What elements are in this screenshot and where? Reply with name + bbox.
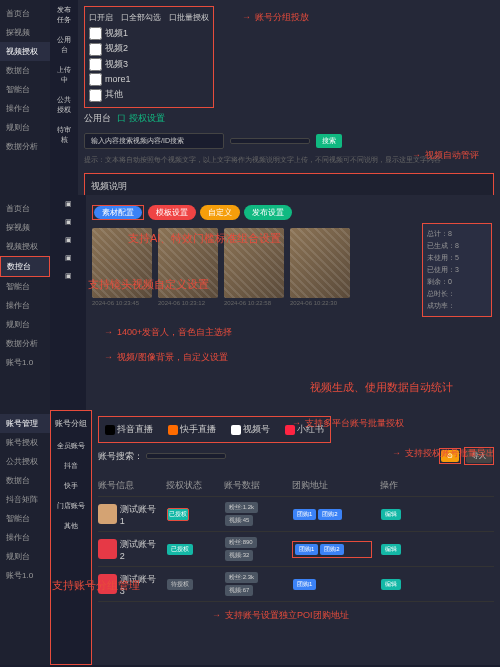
stat-row: 已生成：8 — [427, 240, 487, 252]
subsidebar-auth[interactable]: 公共授权 — [50, 90, 78, 120]
subsidebar-pending[interactable]: 待审核 — [50, 120, 78, 150]
douyin-icon — [105, 425, 115, 435]
sidebar-item[interactable]: 数据分析 — [0, 334, 50, 353]
main-sidebar: 首页台 探视频 视频授权 数据台 智能台 操作台 规则台 数据分析 — [0, 0, 50, 195]
main-content: 口开启 口全部勾选 口批量授权 视频1 视频2 视频3 more1 其他 公用台… — [78, 0, 500, 195]
annotation: 支持AI、特效门槛标准组合设置 — [128, 231, 281, 246]
video-date: 2024-06 10:22:30 — [290, 298, 350, 306]
sidebar-item-rules[interactable]: 规则台 — [0, 118, 50, 137]
form-label: 口 授权设置 — [117, 112, 165, 125]
group-item[interactable]: 抖音 — [51, 456, 91, 476]
checkbox-item[interactable]: 视频2 — [89, 41, 209, 56]
subsidebar-common[interactable]: 公用台 — [50, 30, 78, 60]
config-tabs: 素材配置 模板设置 自定义 发布设置 — [92, 201, 494, 224]
checkbox-selectall[interactable]: 口全部勾选 — [121, 11, 161, 24]
group-item[interactable]: 快手 — [51, 476, 91, 496]
checkbox-item[interactable]: 其他 — [89, 87, 209, 102]
table-row[interactable]: 测试账号2 已授权 粉丝:890视频:32 团购1团购2 编辑 — [98, 532, 494, 567]
sidebar-item[interactable]: 账号1.0 — [0, 566, 50, 585]
sidebar-item[interactable]: 账号1.0 — [0, 353, 50, 372]
annotation: →支持多平台账号批量授权 — [288, 416, 404, 430]
stat-row: 剩余：0 — [427, 276, 487, 288]
sidebar-item-ops[interactable]: 操作台 — [0, 99, 50, 118]
sidebar-item[interactable]: 抖音矩阵 — [0, 490, 50, 509]
kuaishou-icon — [168, 425, 178, 435]
sidebar-item[interactable]: 账号授权 — [0, 433, 50, 452]
sidebar-item[interactable]: 操作台 — [0, 528, 50, 547]
tab-custom[interactable]: 自定义 — [200, 205, 240, 220]
search-button[interactable]: 搜索 — [316, 134, 342, 148]
tab-template[interactable]: 模板设置 — [148, 205, 196, 220]
video-thumb — [290, 228, 350, 298]
sidebar-item[interactable]: 规则台 — [0, 547, 50, 566]
checkbox-item[interactable]: 视频3 — [89, 57, 209, 72]
checkbox-enable[interactable]: 口开启 — [89, 11, 113, 24]
sidebar-item[interactable]: 操作台 — [0, 296, 50, 315]
folder-icon[interactable]: ▣ — [50, 267, 86, 285]
sidebar-item-analytics[interactable]: 数据分析 — [0, 137, 50, 156]
folder-icon[interactable]: ▣ — [50, 249, 86, 267]
platform-wechat[interactable]: 视频号 — [225, 421, 276, 438]
account-table: 账号信息 授权状态 账号数据 团购地址 操作 测试账号1 已授权 粉丝:1.2k… — [98, 475, 494, 602]
stat-row: 已使用：3 — [427, 264, 487, 276]
video-date: 2024-06 10:23:45 — [92, 298, 152, 306]
sidebar-item-home[interactable]: 首页台 — [0, 4, 50, 23]
action-btn[interactable]: 编辑 — [381, 509, 401, 520]
sidebar-item[interactable]: 数据台 — [0, 471, 50, 490]
video-card[interactable]: 2024-06 10:22:30 — [290, 228, 350, 306]
annotation: →支持授权账号批量导出 — [388, 446, 495, 460]
table-row[interactable]: 测试账号1 已授权 粉丝:1.2k视频:45 团购1团购2 编辑 — [98, 497, 494, 532]
annotation: →1400+发音人，音色自主选择 — [100, 325, 232, 339]
sidebar-item[interactable]: 视频授权 — [0, 237, 50, 256]
sidebar-item-ai[interactable]: 智能台 — [0, 80, 50, 99]
folder-icon[interactable]: ▣ — [50, 195, 86, 213]
annotation-arrow-icon: →账号分组投放 — [238, 10, 309, 24]
platform-douyin[interactable]: 抖音直播 — [99, 421, 159, 438]
poi-tag[interactable]: 团购1 — [295, 544, 318, 555]
group-item[interactable]: 其他 — [51, 516, 91, 536]
sidebar-item-auth[interactable]: 视频授权 — [0, 42, 50, 61]
subsidebar-upload[interactable]: 上传中 — [50, 60, 78, 90]
poi-tag[interactable]: 团购1 — [293, 579, 316, 590]
sub-sidebar: ▣ ▣ ▣ ▣ ▣ — [50, 195, 86, 410]
folder-icon[interactable]: ▣ — [50, 213, 86, 231]
subsidebar-publish[interactable]: 发布任务 — [50, 0, 78, 30]
sidebar-item-control[interactable]: 数控台 — [0, 256, 50, 277]
stat-row: 未使用：5 — [427, 252, 487, 264]
table-row[interactable]: 测试账号3 待授权 粉丝:2.3k视频:67 团购1 编辑 — [98, 567, 494, 602]
action-btn[interactable]: 编辑 — [381, 579, 401, 590]
sidebar-item-data[interactable]: 数据台 — [0, 61, 50, 80]
sidebar-item-accounts[interactable]: 账号管理 — [0, 414, 50, 433]
group-item[interactable]: 门店账号 — [51, 496, 91, 516]
filter-input[interactable] — [146, 453, 226, 459]
status-badge: 已授权 — [167, 544, 193, 555]
sidebar-item[interactable]: 规则台 — [0, 315, 50, 334]
sidebar-item[interactable]: 智能台 — [0, 509, 50, 528]
tab-material[interactable]: 素材配置 — [94, 206, 142, 219]
checkbox-batch[interactable]: 口批量授权 — [169, 11, 209, 24]
video-date: 2024-06 10:22:58 — [224, 298, 284, 306]
account-name: 测试账号1 — [120, 503, 158, 526]
tab-publish[interactable]: 发布设置 — [244, 205, 292, 220]
main-sidebar: 首页台 探视频 视频授权 数控台 智能台 操作台 规则台 数据分析 账号1.0 — [0, 195, 50, 410]
sub-sidebar: 发布任务 公用台 上传中 公共授权 待审核 — [50, 0, 78, 195]
sidebar-item[interactable]: 首页台 — [0, 199, 50, 218]
platform-kuaishou[interactable]: 快手直播 — [162, 421, 222, 438]
sidebar-item-explore[interactable]: 探视频 — [0, 23, 50, 42]
account-group-checkbox: 口开启 口全部勾选 口批量授权 视频1 视频2 视频3 more1 其他 — [84, 6, 214, 108]
sidebar-item[interactable]: 智能台 — [0, 277, 50, 296]
sidebar-item[interactable]: 探视频 — [0, 218, 50, 237]
stat-row: 总时长： — [427, 288, 487, 300]
account-name: 测试账号2 — [120, 538, 158, 561]
folder-icon[interactable]: ▣ — [50, 231, 86, 249]
group-item[interactable]: 全员账号 — [51, 436, 91, 456]
action-btn[interactable]: 编辑 — [381, 544, 401, 555]
sidebar-item[interactable]: 公共授权 — [0, 452, 50, 471]
search-input[interactable]: 输入内容搜索视频内容/ID搜索 — [84, 133, 224, 149]
checkbox-item[interactable]: 视频1 — [89, 26, 209, 41]
annotation-arrow-icon: →视频自动管评 — [408, 148, 479, 162]
poi-tag[interactable]: 团购1 — [293, 509, 316, 520]
checkbox-item[interactable]: more1 — [89, 72, 209, 87]
search-input-2[interactable] — [230, 138, 310, 144]
wechat-icon — [231, 425, 241, 435]
